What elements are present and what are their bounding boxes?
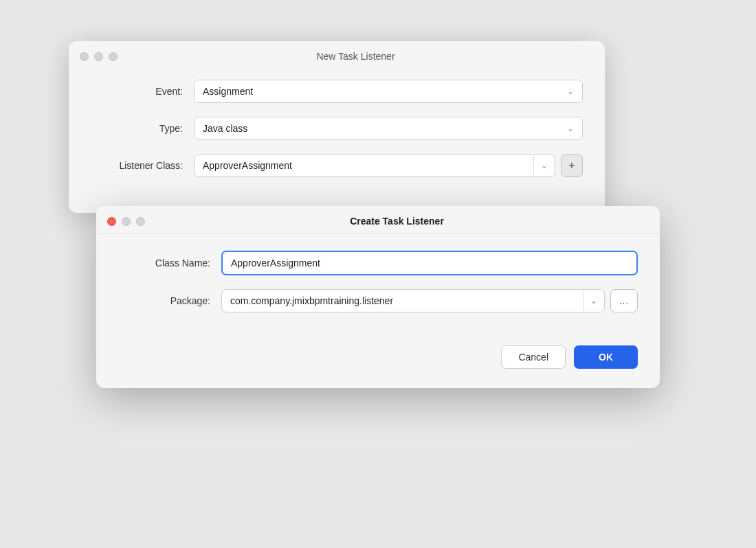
fg-close-button[interactable] bbox=[107, 217, 116, 226]
event-control: Assignment ⌄ bbox=[194, 80, 583, 103]
package-row: Package: com.company.jmixbpmtraining.lis… bbox=[118, 289, 638, 312]
package-browse-button[interactable]: ... bbox=[610, 289, 638, 312]
listener-class-value: ApproverAssignment bbox=[194, 155, 533, 176]
fg-dialog-title-bar: Create Task Listener bbox=[96, 206, 660, 234]
type-label: Type: bbox=[91, 123, 194, 134]
type-select-value: Java class bbox=[203, 123, 247, 134]
dots-icon: ... bbox=[619, 295, 630, 306]
class-name-row: Class Name: bbox=[118, 251, 638, 275]
event-chevron-icon: ⌄ bbox=[567, 87, 574, 96]
package-control: com.company.jmixbpmtraining.listener ⌄ .… bbox=[221, 289, 638, 312]
bg-dialog-form: Event: Assignment ⌄ Type: Java class ⌄ L… bbox=[69, 69, 605, 213]
fg-minimize-button[interactable] bbox=[122, 217, 131, 226]
bg-traffic-lights bbox=[80, 52, 118, 61]
plus-icon: + bbox=[568, 159, 575, 172]
new-task-listener-dialog: New Task Listener Event: Assignment ⌄ Ty… bbox=[69, 41, 605, 213]
listener-class-select-wrapper: ApproverAssignment ⌄ bbox=[194, 154, 555, 177]
fg-dialog-title: Create Task Listener bbox=[145, 216, 649, 227]
type-control: Java class ⌄ bbox=[194, 117, 583, 140]
event-select[interactable]: Assignment ⌄ bbox=[194, 80, 583, 103]
listener-class-add-button[interactable]: + bbox=[561, 154, 583, 177]
bg-dialog-title-bar: New Task Listener bbox=[69, 41, 605, 69]
listener-class-row: Listener Class: ApproverAssignment ⌄ + bbox=[91, 154, 583, 177]
type-select[interactable]: Java class ⌄ bbox=[194, 117, 583, 140]
fg-maximize-button[interactable] bbox=[136, 217, 145, 226]
package-label: Package: bbox=[118, 295, 221, 306]
bg-maximize-button[interactable] bbox=[109, 52, 118, 61]
listener-class-label: Listener Class: bbox=[91, 160, 194, 171]
bg-minimize-button[interactable] bbox=[94, 52, 103, 61]
bg-dialog-title: New Task Listener bbox=[118, 51, 594, 62]
bg-close-button[interactable] bbox=[80, 52, 89, 61]
create-task-listener-dialog: Create Task Listener Class Name: Package… bbox=[96, 206, 660, 388]
ok-button[interactable]: OK bbox=[574, 345, 638, 369]
package-chevron-icon[interactable]: ⌄ bbox=[583, 290, 604, 311]
event-label: Event: bbox=[91, 86, 194, 97]
fg-dialog-form: Class Name: Package: com.company.jmixbpm… bbox=[96, 234, 660, 345]
package-select-wrapper: com.company.jmixbpmtraining.listener ⌄ bbox=[221, 289, 605, 312]
class-name-input[interactable] bbox=[221, 251, 638, 275]
cancel-button[interactable]: Cancel bbox=[501, 345, 566, 369]
fg-dialog-footer: Cancel OK bbox=[96, 345, 660, 388]
class-name-label: Class Name: bbox=[118, 258, 221, 269]
package-value: com.company.jmixbpmtraining.listener bbox=[222, 290, 583, 312]
listener-class-chevron-icon[interactable]: ⌄ bbox=[533, 155, 555, 176]
type-row: Type: Java class ⌄ bbox=[91, 117, 583, 140]
type-chevron-icon: ⌄ bbox=[567, 124, 574, 133]
listener-class-control: ApproverAssignment ⌄ + bbox=[194, 154, 583, 177]
class-name-control bbox=[221, 251, 638, 275]
event-row: Event: Assignment ⌄ bbox=[91, 80, 583, 103]
fg-traffic-lights bbox=[107, 217, 145, 226]
event-select-value: Assignment bbox=[203, 86, 253, 97]
